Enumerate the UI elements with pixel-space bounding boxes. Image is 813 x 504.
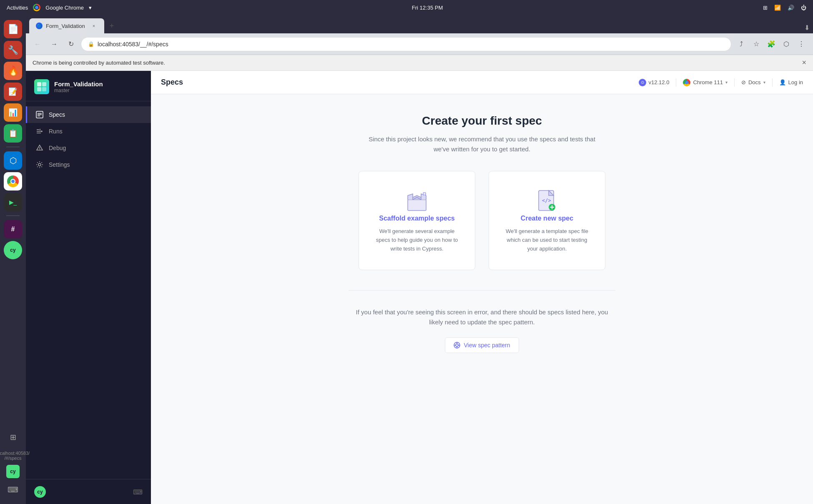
sidebar-item-runs[interactable]: Runs [26,123,151,140]
page-header: Specs ⊙ v12.12.0 Chrome 111 ▾ ⊘ [151,71,813,94]
svg-rect-2 [37,87,41,91]
back-button[interactable]: ← [31,38,44,51]
sidebar-item-debug[interactable]: Debug [26,140,151,156]
runs-icon [35,127,44,135]
sidebar-item-specs[interactable]: Specs [26,106,151,123]
tab-title: Form_Validation [46,23,87,29]
dock-item-grid[interactable]: ⊞ [4,428,22,446]
reload-button[interactable]: ↻ [64,38,78,51]
info-bar-message: Chrome is being controlled by automated … [33,60,165,66]
forward-button[interactable]: → [48,38,61,51]
sidebar-project-info: Form_Validation master [54,80,103,93]
taskbar-clock: Fri 12:35 PM [412,5,443,11]
content-divider [349,290,615,291]
sidebar-specs-label: Specs [49,111,65,118]
sidebar: Form_Validation master Specs [26,71,151,504]
header-divider-2 [734,78,735,87]
dock-separator-2 [6,216,20,216]
tab-favicon: 🔵 [36,23,43,29]
info-bar-close[interactable]: × [802,58,806,67]
dock-item-terminal[interactable]: ▶_ [4,193,22,211]
taskbar-app-name: Google Chrome [45,5,84,11]
login-link[interactable]: 👤 Log in [779,79,803,85]
svg-point-16 [38,163,41,166]
debug-icon [35,144,44,152]
user-icon: 👤 [779,79,786,85]
docs-label: Docs [748,79,761,85]
sidebar-footer: cy ⌨ [26,479,151,504]
scaffold-card[interactable]: Scaffold example specs We'll generate se… [359,171,475,270]
cy-logo: cy [34,486,46,498]
dock-bottom-keyboard[interactable]: ⌨ [4,481,22,499]
lock-icon: 🔒 [88,41,94,47]
dock-item-doc[interactable]: 📝 [4,83,22,101]
chrome-badge[interactable]: Chrome 111 ▾ [683,79,728,86]
taskbar-wifi-icon[interactable]: 📶 [774,5,781,11]
new-tab-button[interactable]: + [106,20,118,32]
url-bar[interactable]: 🔒 localhost:40583/__/#/specs [81,37,731,51]
docs-link[interactable]: ⊘ Docs ▾ [741,79,765,85]
url-text: localhost:40583/__/#/specs [98,41,724,48]
dock-item-present[interactable]: 📊 [4,103,22,122]
header-divider-3 [772,78,773,87]
toolbar-icons: ⤴ ☆ 🧩 ⬡ ⋮ [735,38,808,51]
share-icon[interactable]: ⤴ [735,38,748,51]
tab-bar: 🔵 Form_Validation × + ⬇ [26,15,813,33]
os-dock: 📄 🔧 🔥 📝 📊 📋 ⬡ ▶_ # cy ⊞ localhost:40583/… [0,15,26,504]
create-new-icon: </> [534,188,560,215]
page-title: Specs [161,78,183,87]
address-bar: ← → ↻ 🔒 localhost:40583/__/#/specs ⤴ ☆ 🧩… [26,33,813,55]
tab-close-button[interactable]: × [90,22,98,30]
taskbar-grid-icon[interactable]: ⊞ [763,5,768,11]
dock-item-table[interactable]: 📋 [4,124,22,143]
taskbar-left: Activities Google Chrome ▾ [7,4,92,11]
chrome-badge-text: Chrome 111 [693,79,723,85]
sidebar-header: Form_Validation master [26,71,151,101]
svg-rect-3 [42,87,46,91]
sidebar-settings-label: Settings [49,161,70,168]
taskbar-volume-icon[interactable]: 🔊 [788,5,794,11]
view-spec-pattern-button[interactable]: View spec pattern [445,337,519,353]
svg-rect-17 [408,200,426,211]
svg-text:</>: </> [542,198,551,203]
taskbar-dropdown-arrow[interactable]: ▾ [89,5,92,11]
dock-item-chrome[interactable] [4,172,22,191]
login-label: Log in [788,79,803,85]
cypress-footer-logo: cy [34,486,46,498]
sidebar-debug-label: Debug [49,145,66,151]
sidebar-item-settings[interactable]: Settings [26,156,151,173]
specs-icon [35,110,44,119]
bookmark-icon[interactable]: ☆ [750,38,763,51]
cypress-version-icon: ⊙ [639,79,646,86]
sidebar-footer-keyboard[interactable]: ⌨ [133,488,143,496]
sidebar-branch: master [54,88,103,93]
header-divider-1 [676,78,676,87]
view-pattern-icon [454,342,460,349]
create-new-card-desc: We'll generate a template spec file whic… [502,227,592,253]
version-badge: ⊙ v12.12.0 [639,79,670,86]
create-new-card[interactable]: </> Create new spec We'll generate a tem… [489,171,605,270]
dock-localhost-label: localhost:40583//#/specs [0,449,30,462]
dock-item-files[interactable]: 📄 [4,20,22,38]
dock-separator [6,147,20,147]
dock-item-cypress[interactable]: cy [4,241,22,259]
svg-rect-0 [37,82,41,86]
dock-bottom-cypress[interactable]: cy [6,465,20,478]
browser-tab-active[interactable]: 🔵 Form_Validation × [29,18,104,33]
chrome-taskbar-icon [33,4,40,11]
restore-tab-button[interactable]: ⬇ [804,24,810,32]
chrome-badge-icon [683,79,690,86]
dock-item-slack[interactable]: # [4,220,22,238]
profile-icon[interactable]: ⬡ [780,38,793,51]
os-taskbar: Activities Google Chrome ▾ Fri 12:35 PM … [0,0,813,15]
dock-item-firefox[interactable]: 🔥 [4,62,22,80]
dock-item-wrench[interactable]: 🔧 [4,41,22,59]
scaffold-icon [404,188,430,215]
activities-label[interactable]: Activities [7,5,28,11]
taskbar-power-icon[interactable]: ⏻ [801,5,806,11]
extensions-icon[interactable]: 🧩 [765,38,778,51]
dock-item-vscode[interactable]: ⬡ [4,151,22,170]
menu-icon[interactable]: ⋮ [795,38,808,51]
sidebar-logo [34,79,49,94]
cards-row: Scaffold example specs We'll generate se… [359,171,605,270]
